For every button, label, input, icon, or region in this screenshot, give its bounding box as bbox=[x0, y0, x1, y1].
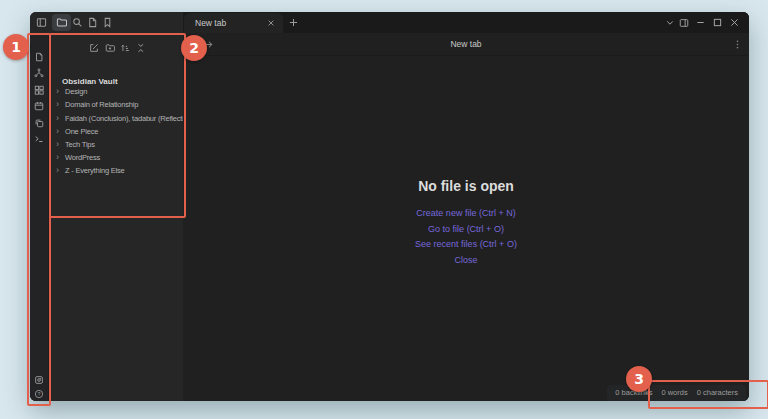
file-icon bbox=[87, 17, 98, 28]
search-tab-button[interactable] bbox=[70, 12, 84, 33]
toggle-right-sidebar-button[interactable] bbox=[676, 12, 692, 33]
panel-left-icon bbox=[36, 17, 47, 28]
panel-right-icon bbox=[679, 18, 689, 28]
maximize-button[interactable] bbox=[709, 12, 725, 33]
tab-new-tab[interactable]: New tab bbox=[184, 13, 283, 33]
see-recent-files-link[interactable]: See recent files (Ctrl + O) bbox=[183, 239, 749, 249]
more-options-button[interactable] bbox=[730, 33, 744, 55]
screenshot-stage: ? bbox=[0, 0, 768, 419]
search-icon bbox=[72, 17, 83, 28]
annotation-rect-explorer bbox=[49, 33, 186, 218]
chevron-down-icon bbox=[666, 19, 674, 27]
view-header-title: New tab bbox=[183, 33, 749, 55]
close-window-button[interactable] bbox=[726, 12, 742, 33]
tab-bar: New tab bbox=[183, 12, 749, 33]
maximize-icon bbox=[713, 18, 722, 27]
annotation-circle-2: 2 bbox=[181, 35, 207, 61]
close-link[interactable]: Close bbox=[183, 255, 749, 265]
plus-icon bbox=[289, 18, 298, 27]
minimize-icon bbox=[696, 18, 705, 27]
sidebar-top-row bbox=[30, 12, 183, 33]
toggle-left-sidebar-button[interactable] bbox=[34, 12, 48, 33]
go-to-file-link[interactable]: Go to file (Ctrl + O) bbox=[183, 224, 749, 234]
tab-title: New tab bbox=[195, 13, 226, 33]
view-header: New tab bbox=[183, 33, 749, 56]
annotation-rect-statusbar bbox=[648, 380, 768, 409]
files-tab-button[interactable] bbox=[54, 12, 68, 33]
create-new-file-link[interactable]: Create new file (Ctrl + N) bbox=[183, 208, 749, 218]
close-icon bbox=[730, 18, 739, 27]
minimize-button[interactable] bbox=[692, 12, 708, 33]
file-tab-button[interactable] bbox=[85, 12, 99, 33]
folder-icon bbox=[56, 17, 67, 28]
annotation-rect-ribbon bbox=[27, 33, 51, 406]
close-icon bbox=[267, 19, 275, 27]
bookmark-icon bbox=[102, 17, 113, 28]
new-tab-button[interactable] bbox=[287, 16, 300, 29]
bookmarks-tab-button[interactable] bbox=[100, 12, 114, 33]
more-vertical-icon bbox=[733, 39, 742, 50]
empty-state-heading: No file is open bbox=[183, 178, 749, 194]
annotation-circle-1: 1 bbox=[3, 34, 29, 60]
main-pane: New tab bbox=[183, 12, 749, 401]
annotation-circle-3: 3 bbox=[626, 366, 652, 392]
tab-close-button[interactable] bbox=[265, 17, 277, 29]
